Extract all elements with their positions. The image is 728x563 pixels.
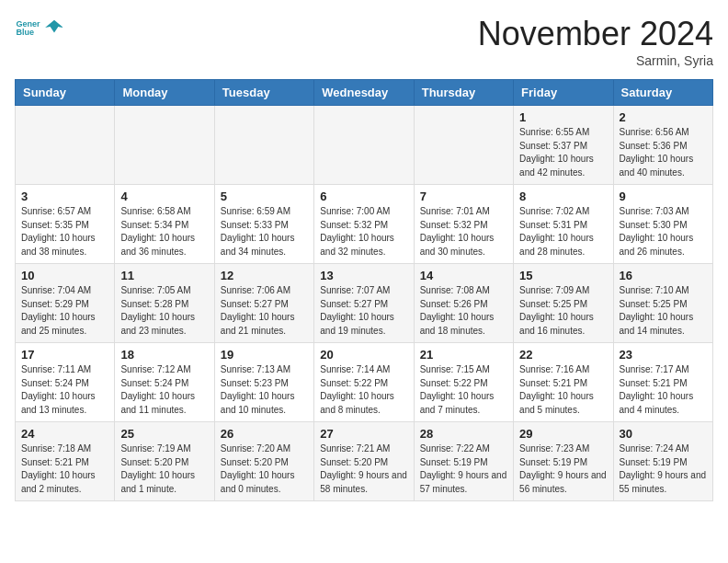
day-info: Sunrise: 6:59 AM Sunset: 5:33 PM Dayligh…: [221, 205, 308, 259]
day-cell-17: 17Sunrise: 7:11 AM Sunset: 5:24 PM Dayli…: [16, 343, 115, 422]
day-number: 13: [320, 269, 407, 282]
week-row-2: 3Sunrise: 6:57 AM Sunset: 5:35 PM Daylig…: [16, 185, 713, 264]
day-cell-28: 28Sunrise: 7:22 AM Sunset: 5:19 PM Dayli…: [414, 422, 513, 501]
logo-icon: General Blue: [15, 15, 40, 40]
day-info: Sunrise: 7:00 AM Sunset: 5:32 PM Dayligh…: [320, 205, 407, 259]
day-cell-25: 25Sunrise: 7:19 AM Sunset: 5:20 PM Dayli…: [115, 422, 214, 501]
day-info: Sunrise: 7:20 AM Sunset: 5:20 PM Dayligh…: [221, 442, 308, 496]
week-row-1: 1Sunrise: 6:55 AM Sunset: 5:37 PM Daylig…: [16, 106, 713, 185]
day-cell-19: 19Sunrise: 7:13 AM Sunset: 5:23 PM Dayli…: [214, 343, 313, 422]
day-number: 14: [420, 269, 507, 282]
day-info: Sunrise: 6:57 AM Sunset: 5:35 PM Dayligh…: [21, 205, 108, 259]
day-cell-20: 20Sunrise: 7:14 AM Sunset: 5:22 PM Dayli…: [314, 343, 414, 422]
day-cell-5: 5Sunrise: 6:59 AM Sunset: 5:33 PM Daylig…: [214, 185, 313, 264]
day-info: Sunrise: 7:06 AM Sunset: 5:27 PM Dayligh…: [221, 284, 308, 338]
day-cell-24: 24Sunrise: 7:18 AM Sunset: 5:21 PM Dayli…: [16, 422, 115, 501]
day-cell-4: 4Sunrise: 6:58 AM Sunset: 5:34 PM Daylig…: [115, 185, 214, 264]
logo-bird-icon: [44, 17, 64, 38]
day-info: Sunrise: 7:21 AM Sunset: 5:20 PM Dayligh…: [320, 442, 407, 496]
day-number: 18: [120, 348, 208, 362]
day-info: Sunrise: 7:02 AM Sunset: 5:31 PM Dayligh…: [519, 205, 607, 259]
day-cell-22: 22Sunrise: 7:16 AM Sunset: 5:21 PM Dayli…: [514, 343, 613, 422]
day-number: 23: [620, 348, 707, 362]
day-number: 4: [120, 190, 208, 203]
weekday-header-sunday: Sunday: [16, 80, 115, 106]
day-cell-2: 2Sunrise: 6:56 AM Sunset: 5:36 PM Daylig…: [613, 106, 712, 185]
day-info: Sunrise: 6:56 AM Sunset: 5:36 PM Dayligh…: [620, 126, 707, 179]
weekday-header-monday: Monday: [115, 80, 214, 106]
empty-cell: [314, 106, 414, 185]
day-number: 17: [21, 348, 108, 362]
day-cell-30: 30Sunrise: 7:24 AM Sunset: 5:19 PM Dayli…: [613, 422, 712, 501]
weekday-header-tuesday: Tuesday: [214, 80, 313, 106]
day-info: Sunrise: 6:55 AM Sunset: 5:37 PM Dayligh…: [519, 126, 607, 179]
day-info: Sunrise: 7:23 AM Sunset: 5:19 PM Dayligh…: [519, 442, 607, 496]
day-number: 1: [519, 110, 607, 124]
day-number: 25: [120, 427, 208, 441]
day-number: 20: [320, 348, 407, 362]
day-number: 8: [519, 190, 607, 203]
day-cell-21: 21Sunrise: 7:15 AM Sunset: 5:22 PM Dayli…: [414, 343, 513, 422]
calendar-table: SundayMondayTuesdayWednesdayThursdayFrid…: [15, 79, 713, 501]
day-info: Sunrise: 7:17 AM Sunset: 5:21 PM Dayligh…: [620, 363, 707, 417]
day-number: 30: [620, 427, 707, 441]
day-info: Sunrise: 7:15 AM Sunset: 5:22 PM Dayligh…: [420, 363, 507, 417]
day-number: 19: [221, 348, 308, 362]
month-title: November 2024: [478, 15, 713, 53]
day-info: Sunrise: 7:03 AM Sunset: 5:30 PM Dayligh…: [620, 205, 707, 259]
svg-text:Blue: Blue: [16, 28, 34, 37]
day-number: 7: [420, 190, 507, 203]
day-number: 22: [519, 348, 607, 362]
empty-cell: [115, 106, 214, 185]
day-number: 5: [221, 190, 308, 203]
day-number: 3: [21, 190, 108, 203]
day-number: 24: [21, 427, 108, 441]
day-cell-18: 18Sunrise: 7:12 AM Sunset: 5:24 PM Dayli…: [115, 343, 214, 422]
week-row-5: 24Sunrise: 7:18 AM Sunset: 5:21 PM Dayli…: [16, 422, 713, 501]
week-row-3: 10Sunrise: 7:04 AM Sunset: 5:29 PM Dayli…: [16, 264, 713, 343]
day-cell-13: 13Sunrise: 7:07 AM Sunset: 5:27 PM Dayli…: [314, 264, 414, 343]
day-info: Sunrise: 7:04 AM Sunset: 5:29 PM Dayligh…: [21, 284, 108, 338]
day-info: Sunrise: 7:19 AM Sunset: 5:20 PM Dayligh…: [120, 442, 208, 496]
title-block: November 2024 Sarmin, Syria: [478, 15, 713, 68]
day-number: 29: [519, 427, 607, 441]
day-info: Sunrise: 7:01 AM Sunset: 5:32 PM Dayligh…: [420, 205, 507, 259]
day-number: 12: [221, 269, 308, 282]
day-cell-1: 1Sunrise: 6:55 AM Sunset: 5:37 PM Daylig…: [514, 106, 613, 185]
day-number: 11: [120, 269, 208, 282]
weekday-header-row: SundayMondayTuesdayWednesdayThursdayFrid…: [16, 80, 713, 106]
day-info: Sunrise: 7:14 AM Sunset: 5:22 PM Dayligh…: [320, 363, 407, 417]
day-info: Sunrise: 7:18 AM Sunset: 5:21 PM Dayligh…: [21, 442, 108, 496]
day-cell-7: 7Sunrise: 7:01 AM Sunset: 5:32 PM Daylig…: [414, 185, 513, 264]
logo: General Blue: [15, 15, 64, 40]
day-info: Sunrise: 7:22 AM Sunset: 5:19 PM Dayligh…: [420, 442, 507, 496]
day-info: Sunrise: 7:05 AM Sunset: 5:28 PM Dayligh…: [120, 284, 208, 338]
day-info: Sunrise: 7:08 AM Sunset: 5:26 PM Dayligh…: [420, 284, 507, 338]
day-number: 27: [320, 427, 407, 441]
day-number: 10: [21, 269, 108, 282]
day-info: Sunrise: 7:16 AM Sunset: 5:21 PM Dayligh…: [519, 363, 607, 417]
day-info: Sunrise: 7:11 AM Sunset: 5:24 PM Dayligh…: [21, 363, 108, 417]
day-info: Sunrise: 7:13 AM Sunset: 5:23 PM Dayligh…: [221, 363, 308, 417]
day-cell-10: 10Sunrise: 7:04 AM Sunset: 5:29 PM Dayli…: [16, 264, 115, 343]
day-number: 15: [519, 269, 607, 282]
day-info: Sunrise: 7:07 AM Sunset: 5:27 PM Dayligh…: [320, 284, 407, 338]
location: Sarmin, Syria: [478, 53, 713, 68]
day-cell-15: 15Sunrise: 7:09 AM Sunset: 5:25 PM Dayli…: [514, 264, 613, 343]
day-cell-14: 14Sunrise: 7:08 AM Sunset: 5:26 PM Dayli…: [414, 264, 513, 343]
day-cell-8: 8Sunrise: 7:02 AM Sunset: 5:31 PM Daylig…: [514, 185, 613, 264]
day-number: 28: [420, 427, 507, 441]
day-cell-3: 3Sunrise: 6:57 AM Sunset: 5:35 PM Daylig…: [16, 185, 115, 264]
day-number: 2: [620, 110, 707, 124]
day-info: Sunrise: 7:12 AM Sunset: 5:24 PM Dayligh…: [120, 363, 208, 417]
day-number: 26: [221, 427, 308, 441]
day-cell-29: 29Sunrise: 7:23 AM Sunset: 5:19 PM Dayli…: [514, 422, 613, 501]
day-number: 9: [620, 190, 707, 203]
day-cell-12: 12Sunrise: 7:06 AM Sunset: 5:27 PM Dayli…: [214, 264, 313, 343]
empty-cell: [214, 106, 313, 185]
weekday-header-wednesday: Wednesday: [314, 80, 414, 106]
weekday-header-saturday: Saturday: [613, 80, 712, 106]
weekday-header-friday: Friday: [514, 80, 613, 106]
svg-marker-2: [45, 20, 63, 33]
day-info: Sunrise: 6:58 AM Sunset: 5:34 PM Dayligh…: [120, 205, 208, 259]
